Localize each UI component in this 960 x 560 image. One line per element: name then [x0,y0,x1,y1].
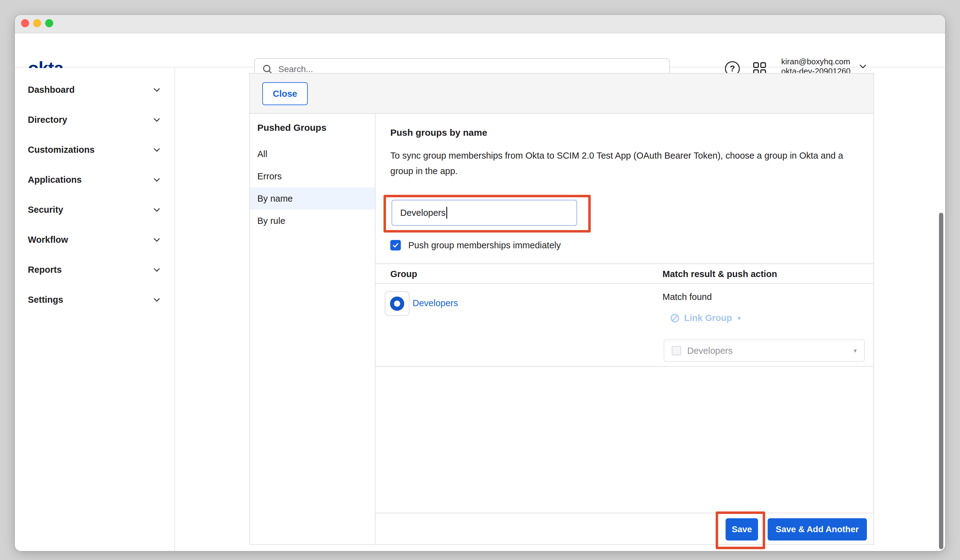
column-header-group: Group [390,269,417,279]
push-groups-panel: Close Pushed Groups All Errors By name B… [249,73,874,545]
link-group-dropdown[interactable]: Link Group ▾ [670,313,741,323]
subnav-item-label: Errors [257,171,282,181]
browser-window: okta ? [15,15,945,551]
chevron-down-icon [153,236,161,244]
subnav-item-by-rule[interactable]: By rule [250,210,375,232]
target-group-select[interactable]: Developers ▾ [664,339,865,362]
push-groups-main: Push groups by name To sync group member… [376,114,874,544]
caret-down-icon: ▾ [738,315,741,322]
checkbox-label: Push group memberships immediately [408,240,561,250]
subnav-item-label: By name [257,194,293,204]
sidebar-item-label: Directory [28,115,67,125]
match-status-text: Match found [662,292,712,302]
vertical-scrollbar-thumb[interactable] [939,213,943,549]
sidebar-item-workflow[interactable]: Workflow [15,225,174,255]
subnav-item-all[interactable]: All [250,143,375,165]
save-add-another-button[interactable]: Save & Add Another [768,518,867,541]
page-title: Push groups by name [390,127,487,138]
desktop-background: okta ? [0,0,960,560]
sidebar-item-customizations[interactable]: Customizations [15,135,174,165]
sidebar-item-dashboard[interactable]: Dashboard [15,75,174,105]
chevron-down-icon [859,62,867,71]
column-header-match: Match result & push action [662,269,777,279]
minimize-window-button[interactable] [33,19,41,27]
subnav-item-label: All [257,149,267,159]
subnav-item-errors[interactable]: Errors [250,165,375,187]
close-window-button[interactable] [21,19,29,27]
app-header: okta ? [15,34,945,67]
account-email: kiran@boxyhq.com [781,57,851,67]
group-name-input[interactable]: Developers [392,200,577,226]
pushed-groups-subnav: Pushed Groups All Errors By name By rule [250,114,376,544]
sidebar-item-applications[interactable]: Applications [15,165,174,195]
table-header: Group Match result & push action [376,264,874,284]
group-icon [390,296,404,311]
sidebar-item-label: Customizations [28,145,94,155]
window-titlebar [15,15,945,34]
sidebar-item-label: Security [28,205,63,215]
group-placeholder-icon [672,346,681,355]
chevron-down-icon [153,116,161,124]
chevron-down-icon [153,206,161,214]
subnav-title: Pushed Groups [257,122,375,133]
group-name-input-value: Developers [400,208,446,218]
sidebar: Dashboard Directory Customizations Appli… [15,68,175,551]
sidebar-item-security[interactable]: Security [15,195,174,225]
chevron-down-icon [153,146,161,154]
table-row: Developers Match found Link Group ▾ Deve… [376,284,874,367]
chevron-down-icon [153,296,161,304]
check-icon [392,242,399,249]
sidebar-item-label: Applications [28,175,82,185]
caret-down-icon: ▾ [854,347,857,354]
push-immediately-checkbox[interactable] [390,240,401,250]
sidebar-item-settings[interactable]: Settings [15,285,174,315]
zoom-window-button[interactable] [45,19,53,27]
sidebar-item-label: Dashboard [28,85,75,95]
sidebar-item-directory[interactable]: Directory [15,105,174,135]
chevron-down-icon [153,176,161,184]
sidebar-item-label: Reports [28,265,62,275]
chevron-down-icon [153,86,161,94]
link-group-icon [670,313,680,323]
panel-toolbar: Close [250,74,874,114]
push-immediately-row[interactable]: Push group memberships immediately [390,240,561,250]
close-button[interactable]: Close [262,82,308,105]
subnav-item-label: By rule [257,216,285,226]
group-avatar [385,291,410,316]
sidebar-item-label: Settings [28,295,63,305]
group-name-link[interactable]: Developers [413,298,458,308]
save-button[interactable]: Save [726,518,758,541]
target-group-value: Developers [687,346,847,356]
text-cursor [446,207,447,219]
sidebar-item-label: Workflow [28,235,68,245]
link-group-label: Link Group [684,313,732,323]
chevron-down-icon [153,266,161,274]
description-text: To sync group memberships from Okta to S… [390,148,853,179]
subnav-item-by-name[interactable]: By name [250,187,375,210]
panel-footer: Save Save & Add Another [376,513,874,544]
sidebar-item-reports[interactable]: Reports [15,255,174,285]
